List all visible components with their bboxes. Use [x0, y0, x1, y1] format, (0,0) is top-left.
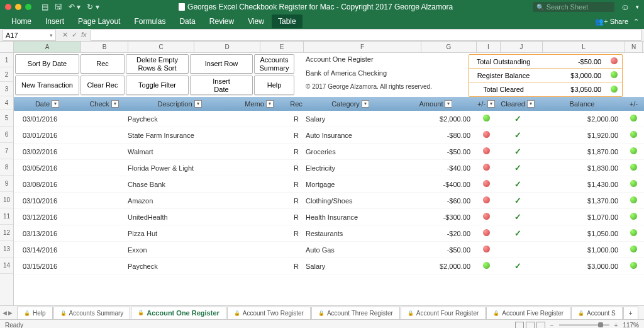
cell-rec[interactable]: R [287, 213, 306, 221]
cell-cleared[interactable]: ✓ [496, 261, 540, 271]
cell-category[interactable]: Health Insurance [306, 213, 395, 221]
cell-cleared[interactable]: ✓ [496, 147, 540, 156]
col-date[interactable]: Date▾ [14, 97, 80, 111]
cell-category[interactable]: Groceries [306, 148, 395, 156]
cell-amount[interactable]: -$300.00 [395, 213, 477, 221]
menu-review[interactable]: Review [203, 14, 240, 28]
col-amount[interactable]: Amount▾ [395, 97, 477, 111]
user-dropdown-icon[interactable]: ▾ [636, 4, 639, 10]
cell-amount[interactable]: -$400.00 [395, 181, 477, 188]
filter-dropdown-icon[interactable]: ▾ [362, 100, 369, 108]
toggle-filter-button[interactable]: Toggle Filter [126, 76, 189, 95]
sort-by-date-button[interactable]: Sort By Date [15, 54, 79, 74]
row-header[interactable]: 7 [0, 143, 13, 159]
cell-date[interactable]: 03/12/2016 [14, 213, 80, 221]
row-header[interactable]: 9 [0, 176, 13, 192]
cell-category[interactable]: Restaurants [306, 230, 395, 237]
col-header-L[interactable]: L [543, 42, 625, 52]
rec-button[interactable]: Rec [80, 54, 125, 74]
tab-nav-last-icon[interactable]: ▶ [8, 310, 13, 316]
row-header[interactable]: 6 [0, 127, 13, 143]
cell-description[interactable]: Chase Bank [128, 181, 231, 188]
row-header[interactable]: 3 [0, 82, 13, 96]
col-check[interactable]: Check▾ [80, 97, 128, 111]
fx-icon[interactable]: fx [81, 31, 87, 39]
col-memo[interactable]: Memo▾ [231, 97, 287, 111]
cell-description[interactable]: State Farm Insurance [128, 132, 231, 139]
col-[interactable]: +/-▾ [477, 97, 496, 111]
cell-amount[interactable]: $2,000.00 [395, 263, 477, 270]
menu-formulas[interactable]: Formulas [128, 14, 172, 28]
cell-date[interactable]: 03/10/2016 [14, 197, 80, 205]
col-header-G[interactable]: G [421, 42, 477, 52]
col-cleared[interactable]: Cleared▾ [496, 97, 540, 111]
accounts-summary-button[interactable]: AccountsSummary [254, 54, 294, 74]
cell-rec[interactable]: R [287, 115, 306, 123]
cell-cleared[interactable]: ✓ [496, 130, 540, 140]
cell-rec[interactable]: R [287, 197, 306, 205]
cell-description[interactable]: UnitedHealth [128, 213, 231, 221]
table-row[interactable]: 03/01/2016State Farm InsuranceRAuto Insu… [14, 127, 644, 144]
cell-date[interactable]: 03/08/2016 [14, 181, 80, 188]
col-header-J[interactable]: J [501, 42, 543, 52]
cell-cleared[interactable]: ✓ [496, 212, 540, 222]
row-header[interactable]: 5 [0, 110, 13, 127]
cell-rec[interactable]: R [287, 164, 306, 172]
sheet-tab-help[interactable]: 🔒Help [17, 307, 53, 319]
row-header[interactable]: 1 [0, 53, 13, 67]
cell-date[interactable]: 03/02/2016 [14, 148, 80, 156]
zoom-window[interactable] [25, 4, 31, 10]
col-header-D[interactable]: D [194, 42, 260, 52]
cell-cleared[interactable]: ✓ [496, 114, 540, 123]
col-[interactable]: +/- [625, 97, 643, 111]
cell-cleared[interactable]: ✓ [496, 196, 540, 205]
table-row[interactable]: 03/14/2016ExxonAuto Gas-$50.00$1,000.00 [14, 242, 644, 258]
cell-date[interactable]: 03/14/2016 [14, 246, 80, 254]
filter-dropdown-icon[interactable]: ▾ [266, 100, 274, 108]
row-header[interactable]: 12 [0, 225, 13, 241]
cell-amount[interactable]: -$40.00 [395, 164, 477, 172]
row-header[interactable]: 14 [0, 257, 13, 274]
sheet-tab-account-four-register[interactable]: 🔒Account Four Register [401, 307, 486, 319]
zoom-slider[interactable] [559, 324, 609, 326]
insert-date-button[interactable]: InsertDate [190, 76, 253, 95]
collapse-ribbon-icon[interactable]: ⌃ [633, 18, 639, 26]
sheet-tab-account-one-register[interactable]: 🔒Account One Register [131, 307, 226, 319]
table-row[interactable]: 03/02/2016WalmartRGroceries-$50.00✓$1,87… [14, 144, 644, 160]
table-row[interactable]: 03/10/2016AmazonRClothing/Shoes-$60.00✓$… [14, 193, 644, 209]
help-button[interactable]: Help [254, 76, 294, 95]
table-row[interactable]: 03/01/2016PaycheckRSalary$2,000.00✓$2,00… [14, 111, 644, 127]
cell-amount[interactable]: -$60.00 [395, 197, 477, 205]
share-button[interactable]: 👥+ Share [595, 18, 628, 26]
cell-cleared[interactable]: ✓ [496, 163, 540, 172]
cancel-icon[interactable]: ✕ [62, 31, 68, 39]
sheet-tab-account-five-register[interactable]: 🔒Account Five Register [486, 307, 570, 319]
minimize-window[interactable] [15, 4, 21, 10]
cell-amount[interactable]: -$50.00 [395, 148, 477, 156]
qa-redo-icon[interactable]: ↻ ▾ [87, 3, 99, 11]
filter-dropdown-icon[interactable]: ▾ [194, 100, 202, 108]
row-header[interactable]: 4 [0, 96, 13, 110]
cell-rec[interactable]: R [287, 148, 306, 156]
row-header[interactable]: 11 [0, 208, 13, 225]
col-header-F[interactable]: F [304, 42, 421, 52]
col-description[interactable]: Description▾ [128, 97, 231, 111]
qa-undo-icon[interactable]: ↶ ▾ [69, 3, 80, 11]
col-header-I[interactable]: I [477, 42, 501, 52]
filter-dropdown-icon[interactable]: ▾ [111, 100, 119, 108]
cell-description[interactable]: Florida Power & Light [128, 164, 231, 172]
normal-view-icon[interactable] [515, 322, 524, 329]
cell-category[interactable]: Salary [306, 115, 395, 123]
cell-rec[interactable]: R [287, 263, 306, 270]
table-row[interactable]: 03/15/2016PaycheckRSalary$2,000.00✓$3,00… [14, 258, 644, 274]
cell-cleared[interactable]: ✓ [496, 229, 540, 238]
sheet-tab-account-two-register[interactable]: 🔒Account Two Register [227, 307, 311, 319]
table-row[interactable]: 03/08/2016Chase BankRMortgage-$400.00✓$1… [14, 176, 644, 193]
cell-rec[interactable]: R [287, 132, 306, 139]
select-all-corner[interactable] [0, 42, 13, 53]
col-rec[interactable]: Rec [287, 97, 306, 111]
cell-date[interactable]: 03/15/2016 [14, 263, 80, 270]
col-header-B[interactable]: B [81, 42, 128, 52]
zoom-level[interactable]: 117% [623, 322, 639, 328]
cell-description[interactable]: Paycheck [128, 263, 231, 270]
